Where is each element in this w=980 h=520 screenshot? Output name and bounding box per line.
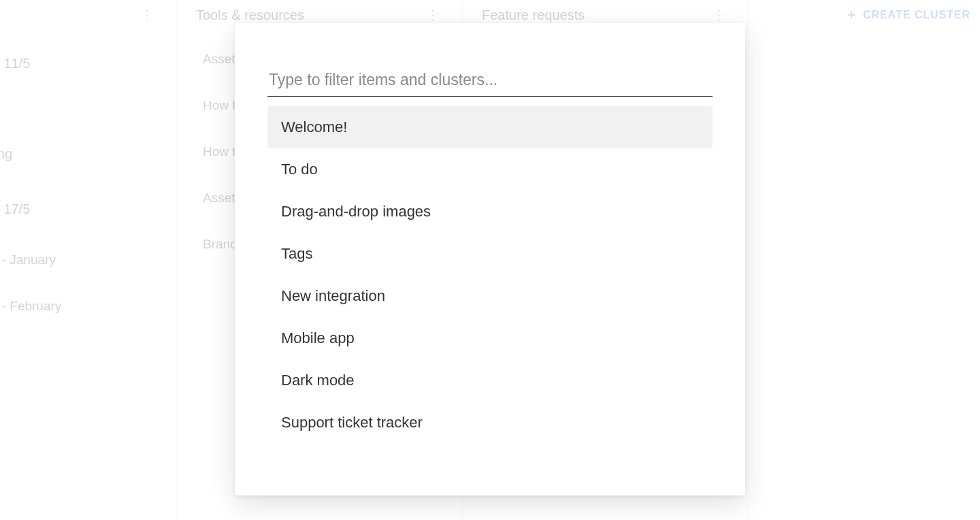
filter-results-list[interactable]: Welcome! To do Drag-and-drop images Tags… [267, 106, 713, 474]
filter-item-label: To do [281, 161, 318, 178]
modal-overlay[interactable]: Welcome! To do Drag-and-drop images Tags… [0, 0, 980, 520]
filter-item[interactable]: Mobile app [267, 317, 713, 359]
filter-item-label: Drag-and-drop images [281, 203, 431, 220]
filter-item[interactable]: To do [267, 148, 713, 191]
filter-item[interactable]: Dark mode [267, 359, 713, 402]
filter-modal: Welcome! To do Drag-and-drop images Tags… [235, 23, 745, 495]
filter-item[interactable]: Tags [267, 233, 713, 275]
filter-item-label: Welcome! [281, 118, 347, 135]
filter-input[interactable] [267, 67, 713, 97]
filter-item-label: Tags [281, 245, 312, 262]
filter-item[interactable]: Support ticket tracker [267, 402, 713, 444]
filter-item-label: New integration [281, 287, 385, 304]
filter-item-label: Support ticket tracker [281, 414, 423, 431]
filter-item-label: Mobile app [281, 329, 355, 346]
filter-item[interactable]: New integration [267, 275, 713, 317]
filter-item-label: Dark mode [281, 372, 355, 389]
list-spacer [267, 444, 713, 474]
filter-item[interactable]: Drag-and-drop images [267, 191, 713, 233]
filter-item[interactable]: Welcome! [267, 106, 713, 148]
